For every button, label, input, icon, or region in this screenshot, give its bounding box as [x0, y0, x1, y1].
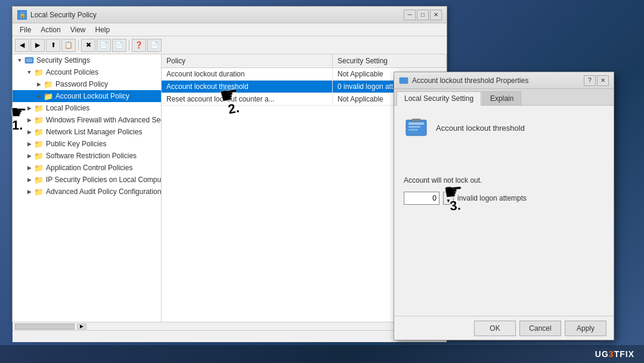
- main-window-title: Local Security Policy: [30, 11, 404, 19]
- help-button[interactable]: ❓: [132, 39, 146, 52]
- spinner-up-button[interactable]: ▲: [444, 192, 453, 198]
- advanced-audit-folder-icon: 📁: [34, 187, 44, 196]
- menu-file[interactable]: File: [15, 24, 36, 35]
- expand-account-lockout[interactable]: ▶: [34, 91, 44, 101]
- expand-ip-security[interactable]: ▶: [24, 175, 34, 184]
- properties-button[interactable]: 📄: [97, 39, 111, 52]
- ip-security-label: IP Security Policies on Local Compute...: [46, 176, 162, 184]
- tree-item-public-key[interactable]: ▶ 📁 Public Key Policies: [13, 138, 161, 150]
- delete-button[interactable]: ✖: [81, 39, 95, 52]
- dialog-help-button[interactable]: ?: [584, 75, 596, 86]
- spinner-row: ▲ ▼ invalid logon attempts: [404, 192, 604, 205]
- spinner-label: invalid logon attempts: [457, 194, 527, 202]
- dialog-content: Account lockout threshold Account will n…: [394, 106, 614, 214]
- tab-explain[interactable]: Explain: [482, 91, 521, 105]
- tree-item-network-list[interactable]: ▶ 📁 Network List Manager Policies: [13, 126, 161, 138]
- dialog-title-icon: [399, 76, 408, 85]
- local-policies-folder-icon: 📁: [34, 103, 44, 113]
- tree-item-app-control[interactable]: ▶ 📁 Application Control Policies: [13, 162, 161, 174]
- tree-item-software-restriction[interactable]: ▶ 📁 Software Restriction Policies: [13, 150, 161, 162]
- toolbar: ◀ ▶ ⬆ 📋 ✖ 📄 📄 ❓ 📄: [13, 36, 447, 54]
- menu-view[interactable]: View: [66, 24, 91, 35]
- public-key-folder-icon: 📁: [34, 139, 44, 149]
- security-setting-column-header: Security Setting: [333, 54, 447, 68]
- tree-item-ip-security[interactable]: ▶ 📁 IP Security Policies on Local Comput…: [13, 174, 161, 186]
- close-button[interactable]: ✕: [430, 10, 442, 20]
- advanced-audit-label: Advanced Audit Policy Configuration: [46, 187, 161, 196]
- expand-account-policies[interactable]: ▼: [24, 67, 34, 77]
- public-key-label: Public Key Policies: [46, 140, 106, 148]
- dialog-title-bar: Account lockout threshold Properties ? ✕: [394, 72, 614, 89]
- menu-action[interactable]: Action: [36, 24, 65, 35]
- expand-security-settings[interactable]: ▼: [15, 56, 24, 65]
- show-hide-button[interactable]: 📋: [61, 39, 76, 52]
- menu-help[interactable]: Help: [91, 24, 115, 35]
- policy-name-cell: Account lockout duration: [162, 68, 333, 81]
- password-policy-label: Password Policy: [55, 80, 108, 88]
- ok-button[interactable]: OK: [474, 321, 516, 336]
- cancel-button[interactable]: Cancel: [519, 321, 561, 336]
- expand-software-restriction[interactable]: ▶: [24, 151, 34, 161]
- software-restriction-folder-icon: 📁: [34, 151, 44, 161]
- tree-item-advanced-audit[interactable]: ▶ 📁 Advanced Audit Policy Configuration: [13, 186, 161, 198]
- network-list-folder-icon: 📁: [34, 127, 44, 137]
- expand-local-policies[interactable]: ▶: [24, 103, 34, 113]
- minimize-button[interactable]: ─: [404, 10, 416, 20]
- back-button[interactable]: ◀: [15, 39, 29, 52]
- svg-rect-7: [412, 119, 420, 121]
- apply-button[interactable]: Apply: [565, 321, 606, 336]
- maximize-button[interactable]: □: [417, 10, 429, 20]
- svg-rect-4: [408, 122, 424, 125]
- svg-rect-5: [408, 126, 420, 128]
- brand-bar: UG3TFIX: [0, 345, 644, 363]
- app-control-folder-icon: 📁: [34, 163, 44, 173]
- expand-password-policy[interactable]: ▶: [34, 79, 44, 89]
- svg-rect-2: [400, 78, 408, 84]
- tree-item-windows-firewall[interactable]: ▶ 📁 Windows Firewall with Advanced Secu.…: [13, 114, 161, 126]
- expand-public-key[interactable]: ▶: [24, 139, 34, 149]
- expand-advanced-audit[interactable]: ▶: [24, 187, 34, 196]
- tree-item-account-policies[interactable]: ▼ 📁 Account Policies: [13, 66, 161, 78]
- export-button[interactable]: 📄: [112, 39, 126, 52]
- forward-button[interactable]: ▶: [30, 39, 45, 52]
- tree-item-password-policy[interactable]: ▶ 📁 Password Policy: [13, 78, 161, 90]
- windows-firewall-label: Windows Firewall with Advanced Secu...: [46, 116, 162, 124]
- properties-dialog: Account lockout threshold Properties ? ✕…: [394, 72, 614, 340]
- software-restriction-label: Software Restriction Policies: [46, 152, 137, 160]
- main-window: 🔒 Local Security Policy ─ □ ✕ File Actio…: [12, 6, 447, 322]
- windows-firewall-folder-icon: 📁: [34, 115, 44, 125]
- horizontal-scrollbar[interactable]: ▶: [13, 322, 447, 330]
- network-list-label: Network List Manager Policies: [46, 128, 142, 136]
- policy-name-label: Account lockout threshold: [436, 124, 525, 133]
- expand-windows-firewall[interactable]: ▶: [24, 115, 34, 125]
- account-policies-label: Account Policies: [46, 68, 98, 76]
- account-lockout-folder-icon: 📁: [44, 91, 53, 101]
- expand-network-list[interactable]: ▶: [24, 127, 34, 137]
- content-area: ▼ Security Settings ▼ 📁 Account Policies…: [13, 54, 447, 322]
- policy-big-icon: [404, 115, 429, 140]
- tree-item-security-settings[interactable]: ▼ Security Settings: [13, 54, 161, 66]
- lockout-threshold-input[interactable]: [404, 192, 439, 205]
- spinner-down-button[interactable]: ▼: [444, 198, 453, 204]
- expand-app-control[interactable]: ▶: [24, 163, 34, 173]
- status-bar: [13, 330, 447, 342]
- svg-rect-6: [408, 129, 418, 131]
- dialog-tabs: Local Security Setting Explain: [394, 89, 614, 106]
- extra-button[interactable]: 📄: [147, 39, 162, 52]
- window-controls: ─ □ ✕: [404, 10, 442, 20]
- spinner-buttons: ▲ ▼: [443, 192, 454, 205]
- up-button[interactable]: ⬆: [46, 39, 60, 52]
- ip-security-folder-icon: 📁: [34, 175, 44, 184]
- policy-column-header: Policy: [162, 54, 333, 68]
- menu-bar: File Action View Help: [13, 23, 447, 36]
- policy-icon-area: Account lockout threshold: [404, 115, 604, 140]
- tree-item-account-lockout-policy[interactable]: ▶ 📁 Account Lockout Policy: [13, 90, 161, 102]
- tree-panel: ▼ Security Settings ▼ 📁 Account Policies…: [13, 54, 162, 322]
- dialog-title-text: Account lockout threshold Properties: [412, 76, 584, 85]
- tab-local-security-setting[interactable]: Local Security Setting: [397, 91, 481, 106]
- info-text: Account will not lock out.: [404, 176, 604, 184]
- password-policy-folder-icon: 📁: [44, 79, 53, 89]
- dialog-close-button[interactable]: ✕: [597, 75, 609, 86]
- dialog-footer: OK Cancel Apply: [394, 316, 614, 340]
- tree-item-local-policies[interactable]: ▶ 📁 Local Policies: [13, 102, 161, 114]
